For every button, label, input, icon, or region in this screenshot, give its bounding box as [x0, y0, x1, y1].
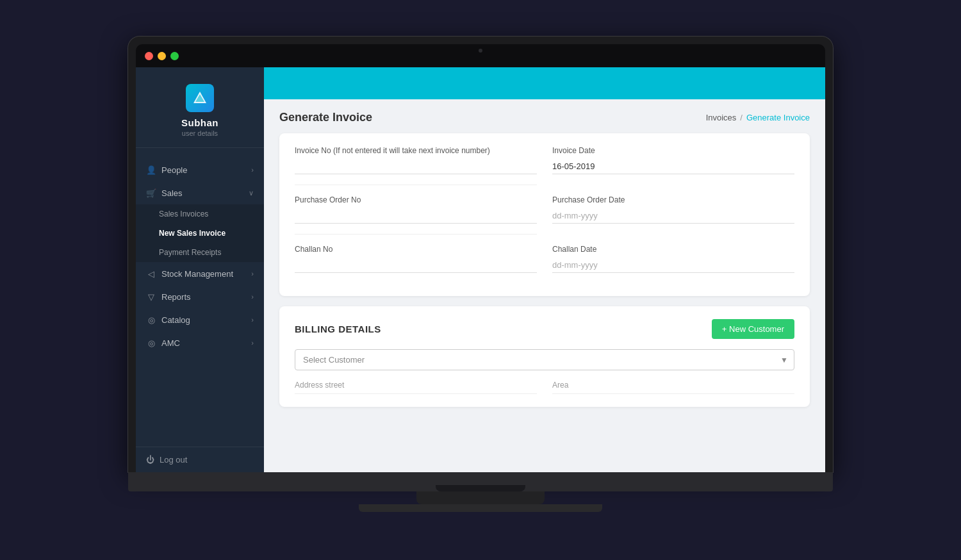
sidebar-item-amc[interactable]: ◎ AMC › [136, 331, 264, 354]
billing-title: BILLING DETAILS [295, 324, 381, 334]
invoice-no-group: Invoice No (If not entered it will take … [295, 146, 537, 185]
laptop-foot [359, 504, 602, 512]
invoice-date-group: Invoice Date 16-05-2019 [552, 146, 794, 195]
invoice-row-2: Purchase Order No Purchase Order Date dd… [295, 195, 794, 245]
challan-no-label: Challan No [295, 245, 537, 254]
breadcrumb-separator: / [740, 113, 743, 122]
maximize-button[interactable] [170, 52, 179, 60]
invoice-no-label: Invoice No (If not entered it will take … [295, 146, 537, 155]
brand-name: Subhan [181, 117, 218, 128]
po-date-placeholder: dd-mm-yyyy [552, 208, 794, 224]
challan-no-group: Challan No [295, 245, 537, 283]
area-field: Area [552, 381, 794, 394]
sales-icon: 🛒 [146, 188, 156, 198]
main-content: Generate Invoice Invoices / Generate Inv… [264, 67, 825, 472]
sidebar-item-sales-invoices[interactable]: Sales Invoices [136, 204, 264, 224]
invoice-no-input[interactable] [295, 159, 537, 174]
po-no-input[interactable] [295, 208, 537, 224]
sidebar-item-reports[interactable]: ▽ Reports › [136, 285, 264, 308]
reports-icon: ▽ [146, 292, 156, 302]
invoice-date-label: Invoice Date [552, 146, 794, 155]
po-no-label: Purchase Order No [295, 195, 537, 204]
sidebar-item-amc-label: AMC [161, 338, 180, 348]
amc-icon: ◎ [146, 338, 156, 348]
challan-date-group: Challan Date dd-mm-yyyy [552, 245, 794, 283]
customer-select[interactable]: Select Customer [295, 349, 794, 370]
chevron-down-icon: ∨ [249, 189, 254, 197]
invoice-row-1: Invoice No (If not entered it will take … [295, 146, 794, 195]
breadcrumb: Invoices / Generate Invoice [706, 113, 810, 122]
sidebar-item-sales[interactable]: 🛒 Sales ∨ [136, 181, 264, 204]
user-label: user details [182, 129, 218, 137]
sidebar-item-people[interactable]: 👤 People › [136, 158, 264, 181]
new-customer-button[interactable]: + New Customer [712, 319, 794, 339]
invoice-details-card: Invoice No (If not entered it will take … [279, 133, 810, 296]
breadcrumb-parent[interactable]: Invoices [706, 113, 737, 122]
sidebar-item-payment-receipts[interactable]: Payment Receipts [136, 243, 264, 262]
traffic-lights [145, 52, 179, 60]
laptop-base [128, 472, 833, 491]
page-title: Generate Invoice [279, 111, 372, 124]
sidebar-nav: 👤 People › 🛒 Sales ∨ [136, 154, 264, 447]
laptop-stand [416, 491, 545, 504]
logout-icon: ⏻ [146, 455, 154, 465]
sidebar-item-reports-label: Reports [161, 292, 191, 302]
invoice-date-value: 16-05-2019 [552, 159, 794, 174]
logout-label: Log out [160, 455, 187, 465]
address-street-label: Address street [295, 381, 537, 394]
sidebar-item-sales-label: Sales [161, 188, 183, 198]
sidebar-item-catalog[interactable]: ◎ Catalog › [136, 308, 264, 331]
challan-date-placeholder: dd-mm-yyyy [552, 258, 794, 273]
area-label: Area [552, 381, 794, 394]
breadcrumb-current: Generate Invoice [746, 113, 810, 122]
close-button[interactable] [145, 52, 153, 60]
app-logo-icon [186, 84, 214, 112]
sidebar-item-stock-label: Stock Management [161, 269, 233, 279]
people-icon: 👤 [146, 165, 156, 175]
sales-subnav: Sales Invoices New Sales Invoice Payment… [136, 204, 264, 262]
stock-icon: ◁ [146, 268, 156, 279]
top-bar [264, 67, 825, 99]
chevron-right-stock-icon: › [251, 270, 254, 277]
chevron-right-amc-icon: › [251, 339, 254, 347]
page-body: Invoice No (If not entered it will take … [264, 133, 825, 422]
customer-select-wrapper: Select Customer ▼ [295, 349, 794, 370]
sidebar-item-new-sales-invoice[interactable]: New Sales Invoice [136, 224, 264, 243]
sidebar-item-people-label: People [161, 165, 187, 175]
page-header: Generate Invoice Invoices / Generate Inv… [264, 99, 825, 133]
billing-details-card: BILLING DETAILS + New Customer Select Cu… [279, 306, 810, 407]
invoice-row-3: Challan No Challan Date dd-mm-yyyy [295, 245, 794, 283]
po-no-group: Purchase Order No [295, 195, 537, 235]
sidebar-logo-area: Subhan user details [136, 78, 264, 148]
chevron-right-reports-icon: › [251, 293, 254, 301]
billing-header: BILLING DETAILS + New Customer [295, 319, 794, 339]
chevron-right-catalog-icon: › [251, 316, 254, 324]
challan-no-input[interactable] [295, 258, 537, 273]
chevron-right-icon: › [251, 166, 254, 174]
po-date-label: Purchase Order Date [552, 195, 794, 204]
po-date-group: Purchase Order Date dd-mm-yyyy [552, 195, 794, 245]
sidebar-item-stock[interactable]: ◁ Stock Management › [136, 262, 264, 285]
sidebar: Subhan user details 👤 People › [136, 67, 264, 472]
address-street-field: Address street [295, 381, 537, 394]
challan-date-label: Challan Date [552, 245, 794, 254]
sidebar-item-catalog-label: Catalog [161, 315, 190, 325]
catalog-icon: ◎ [146, 315, 156, 325]
logout-button[interactable]: ⏻ Log out [136, 447, 264, 472]
address-row: Address street Area [295, 381, 794, 394]
minimize-button[interactable] [158, 52, 166, 60]
camera-dot [479, 49, 482, 53]
